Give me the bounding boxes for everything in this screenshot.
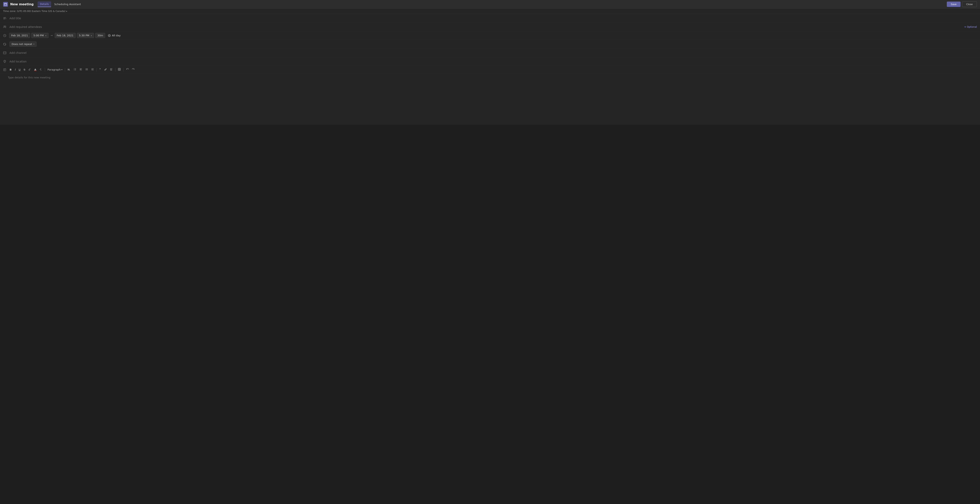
page-title: New meeting: [10, 2, 33, 6]
header-tabs: Details Scheduling Assistant: [38, 2, 83, 7]
channel-input[interactable]: [8, 49, 978, 56]
location-row: [0, 57, 980, 66]
title-icon: [2, 17, 8, 20]
header-right: Save Close: [947, 2, 977, 7]
strikethrough-button[interactable]: S: [22, 67, 27, 72]
tab-scheduling-assistant[interactable]: Scheduling Assistant: [52, 2, 83, 7]
table-button[interactable]: [116, 67, 122, 72]
svg-point-16: [86, 69, 86, 70]
numbered-list-button[interactable]: 123: [72, 67, 78, 72]
channel-icon: [2, 51, 8, 54]
link-button[interactable]: [103, 67, 108, 72]
location-icon: [2, 60, 8, 63]
align-button[interactable]: [108, 67, 114, 72]
location-input[interactable]: [8, 58, 978, 65]
repeat-label: Does not repeat: [11, 43, 32, 46]
format-brush-button[interactable]: [38, 67, 44, 72]
repeat-icon: [2, 43, 8, 46]
svg-point-5: [5, 26, 6, 27]
end-time-field[interactable]: 5:30 PM ▾: [77, 33, 94, 38]
allday-label: All day: [112, 34, 121, 37]
redo-button[interactable]: [130, 67, 136, 72]
start-date-field[interactable]: Feb 18, 2021: [9, 33, 30, 38]
tab-details[interactable]: Details: [38, 2, 51, 7]
editor-placeholder: Type details for this new meeting: [8, 76, 50, 79]
form-area: + Optional Feb 18, 2021 5:00 PM ▾ → Feb …: [0, 14, 980, 125]
repeat-chevron-icon: ▾: [33, 43, 34, 45]
bullet-list-button[interactable]: [84, 67, 89, 72]
svg-rect-0: [4, 3, 7, 5]
svg-point-17: [86, 70, 86, 70]
duration-field[interactable]: 30m: [95, 33, 105, 38]
toolbar-divider-5: [123, 68, 124, 71]
header-left: New meeting Details Scheduling Assistant: [3, 2, 83, 7]
clock-icon: [2, 34, 8, 37]
svg-point-4: [4, 26, 5, 27]
editor-area[interactable]: Type details for this new meeting: [0, 74, 980, 125]
highlight-button[interactable]: [27, 67, 33, 72]
timezone-chevron-icon: ▾: [66, 10, 67, 13]
title-input[interactable]: [8, 15, 978, 22]
svg-point-15: [86, 68, 86, 69]
start-time-field[interactable]: 5:00 PM ▾: [31, 33, 49, 38]
timezone-bar[interactable]: Time zone: (UTC-05:00) Eastern Time (US …: [0, 9, 980, 14]
toggle-dot-icon: [108, 34, 111, 37]
repeat-row: Does not repeat ▾: [0, 40, 980, 49]
attendees-input[interactable]: [8, 23, 963, 30]
repeat-select[interactable]: Does not repeat ▾: [10, 41, 37, 47]
date-separator: →: [50, 34, 54, 37]
app-header: New meeting Details Scheduling Assistant…: [0, 0, 980, 9]
channel-row: [0, 49, 980, 57]
datetime-row: Feb 18, 2021 5:00 PM ▾ → Feb 18, 2021 5:…: [0, 31, 980, 40]
attendees-row: + Optional: [0, 22, 980, 31]
end-date-field[interactable]: Feb 18, 2021: [55, 33, 76, 38]
bold-button[interactable]: B: [8, 67, 13, 72]
attendees-icon: [2, 25, 8, 29]
svg-rect-18: [118, 68, 121, 71]
increase-indent-button[interactable]: [90, 67, 95, 72]
svg-point-8: [5, 61, 5, 61]
italic-button[interactable]: I: [13, 67, 17, 72]
allday-toggle[interactable]: All day: [107, 34, 121, 37]
timezone-label: Time zone: (UTC-05:00) Eastern Time (US …: [3, 10, 65, 13]
editor-toolbar: B I U S A Paragraph ▾ H1 123: [0, 66, 980, 74]
svg-text:3: 3: [74, 70, 74, 71]
title-row: [0, 14, 980, 22]
paragraph-chevron-icon: ▾: [61, 68, 62, 71]
paragraph-select[interactable]: Paragraph ▾: [46, 67, 64, 72]
optional-button[interactable]: + Optional: [963, 25, 978, 29]
svg-text:1: 1: [69, 69, 70, 71]
editor-icon: [2, 68, 8, 71]
undo-button[interactable]: [125, 67, 130, 72]
underline-button[interactable]: U: [17, 67, 22, 72]
save-button[interactable]: Save: [947, 2, 961, 7]
heading-button[interactable]: H1: [66, 67, 72, 72]
svg-rect-7: [3, 52, 6, 54]
app-icon: [3, 2, 8, 7]
close-button[interactable]: Close: [962, 2, 977, 7]
quote-button[interactable]: ": [98, 67, 102, 72]
font-color-button[interactable]: A: [33, 67, 38, 72]
decrease-indent-button[interactable]: [78, 67, 84, 72]
